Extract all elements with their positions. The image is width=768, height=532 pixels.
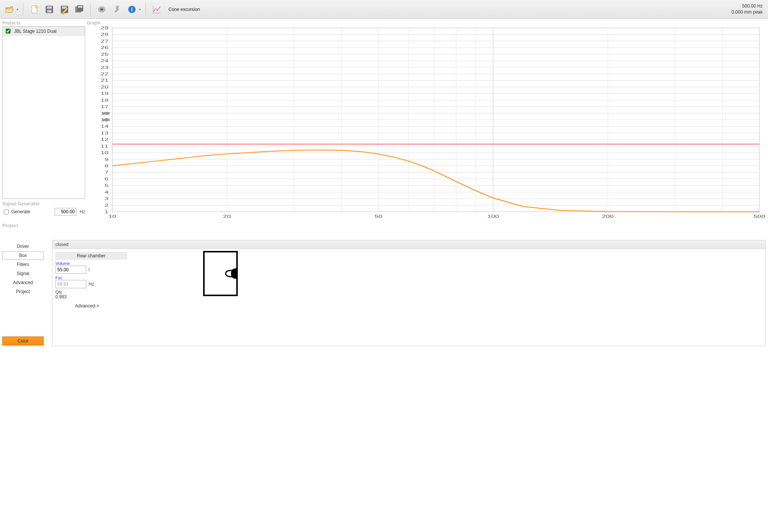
svg-text:4: 4 xyxy=(104,190,109,194)
open-icon[interactable] xyxy=(3,3,16,16)
speaker-icon[interactable] xyxy=(95,3,108,16)
project-label: JBL Stage 1210 Dual xyxy=(14,29,57,34)
volume-unit: l xyxy=(89,267,90,272)
svg-text:13: 13 xyxy=(101,131,109,135)
readout-frequency: 500.00 Hz xyxy=(731,3,763,9)
save-icon[interactable] xyxy=(43,3,56,16)
svg-text:20: 20 xyxy=(101,85,109,89)
generate-checkbox-wrap[interactable]: Generate xyxy=(2,208,30,216)
tab-box[interactable]: Box xyxy=(2,251,44,260)
svg-text:5: 5 xyxy=(104,183,108,188)
project-list[interactable]: JBL Stage 1210 Dual xyxy=(2,26,85,199)
readout-value: 0.000 mm peak xyxy=(731,9,763,15)
chart-mode-label[interactable]: Cone excursion xyxy=(168,7,200,12)
svg-text:i: i xyxy=(131,6,133,12)
graph-title: Graph xyxy=(87,20,766,26)
qtc-value: 0.983 xyxy=(55,294,67,300)
tab-filters[interactable]: Filters xyxy=(2,260,44,269)
svg-text:19: 19 xyxy=(101,91,109,96)
svg-text:2: 2 xyxy=(104,203,108,208)
project-row[interactable]: JBL Stage 1210 Dual xyxy=(3,27,85,36)
svg-text:27: 27 xyxy=(101,39,109,43)
svg-rect-8 xyxy=(78,6,82,8)
generate-checkbox[interactable] xyxy=(4,209,9,214)
svg-text:1: 1 xyxy=(104,209,108,214)
graph-canvas[interactable]: 1234567891011121314151617181920212223242… xyxy=(87,26,766,222)
generator-frequency-unit: Hz xyxy=(80,209,85,214)
generate-label: Generate xyxy=(11,209,30,214)
toolbar: ▾ xyxy=(0,0,768,19)
svg-rect-93 xyxy=(103,112,110,115)
save-as-icon[interactable] xyxy=(73,3,86,16)
tab-project[interactable]: Project xyxy=(2,287,44,296)
generator-frequency-input[interactable] xyxy=(55,208,76,216)
svg-text:50: 50 xyxy=(375,214,382,219)
new-file-icon[interactable] xyxy=(28,3,41,16)
svg-text:18: 18 xyxy=(101,98,109,102)
tools-icon[interactable] xyxy=(110,3,123,16)
info-dropdown-caret[interactable]: ▾ xyxy=(139,8,141,11)
svg-text:9: 9 xyxy=(104,157,108,162)
svg-text:7: 7 xyxy=(104,170,108,174)
svg-text:500: 500 xyxy=(753,214,765,219)
svg-text:8: 8 xyxy=(104,164,108,168)
svg-rect-2 xyxy=(47,6,52,9)
project-panel-title: Project xyxy=(2,223,766,237)
svg-text:25: 25 xyxy=(101,52,109,57)
advanced-link[interactable]: Advanced-> xyxy=(75,303,762,309)
svg-rect-94 xyxy=(103,119,110,121)
svg-text:20: 20 xyxy=(223,214,231,219)
svg-text:14: 14 xyxy=(101,124,109,128)
svg-text:10: 10 xyxy=(109,214,116,219)
projects-title: Projects xyxy=(2,20,85,26)
qtc-label: Qtc xyxy=(55,290,762,294)
svg-text:17: 17 xyxy=(101,104,109,109)
svg-text:26: 26 xyxy=(101,45,109,50)
rear-chamber-header: Rear chamber xyxy=(55,252,127,260)
svg-text:6: 6 xyxy=(104,177,108,181)
project-tabs: Driver Box Filters Signal Advanced Proje… xyxy=(2,240,50,347)
svg-point-0 xyxy=(35,5,38,8)
tab-driver[interactable]: Driver xyxy=(2,242,44,251)
enclosure-diagram xyxy=(203,251,238,296)
open-dropdown-caret[interactable]: ▾ xyxy=(17,8,18,11)
color-button[interactable]: Color xyxy=(2,336,44,345)
svg-text:10: 10 xyxy=(101,150,109,155)
fsc-unit: Hz xyxy=(89,281,94,287)
svg-point-10 xyxy=(100,8,103,11)
signal-generator-title: Signal Generator xyxy=(2,201,85,206)
fsc-label: Fsc xyxy=(55,275,762,280)
tab-signal[interactable]: Signal xyxy=(2,269,44,278)
svg-text:100: 100 xyxy=(487,214,499,219)
chart-type-icon[interactable] xyxy=(150,3,163,16)
svg-text:11: 11 xyxy=(101,144,109,148)
edit-icon[interactable] xyxy=(58,3,71,16)
svg-text:21: 21 xyxy=(101,78,109,83)
project-checkbox[interactable] xyxy=(6,29,11,34)
fsc-input xyxy=(55,280,86,288)
svg-text:28: 28 xyxy=(101,32,109,37)
svg-rect-3 xyxy=(47,10,51,12)
svg-text:22: 22 xyxy=(101,72,109,76)
svg-text:12: 12 xyxy=(101,137,109,142)
svg-text:29: 29 xyxy=(101,26,109,30)
svg-text:23: 23 xyxy=(101,65,109,70)
info-icon[interactable]: i xyxy=(125,3,138,16)
svg-text:3: 3 xyxy=(104,196,108,201)
volume-label: Volume xyxy=(55,261,762,266)
svg-text:24: 24 xyxy=(101,58,109,63)
box-type-label: closed xyxy=(52,240,765,249)
tab-advanced[interactable]: Advanced xyxy=(2,278,44,287)
svg-text:200: 200 xyxy=(602,214,613,219)
toolbar-readout: 500.00 Hz 0.000 mm peak xyxy=(731,3,765,15)
volume-input[interactable] xyxy=(55,266,86,274)
box-panel: closed Rear chamber Volume l Fsc Hz Qtc … xyxy=(52,240,766,347)
